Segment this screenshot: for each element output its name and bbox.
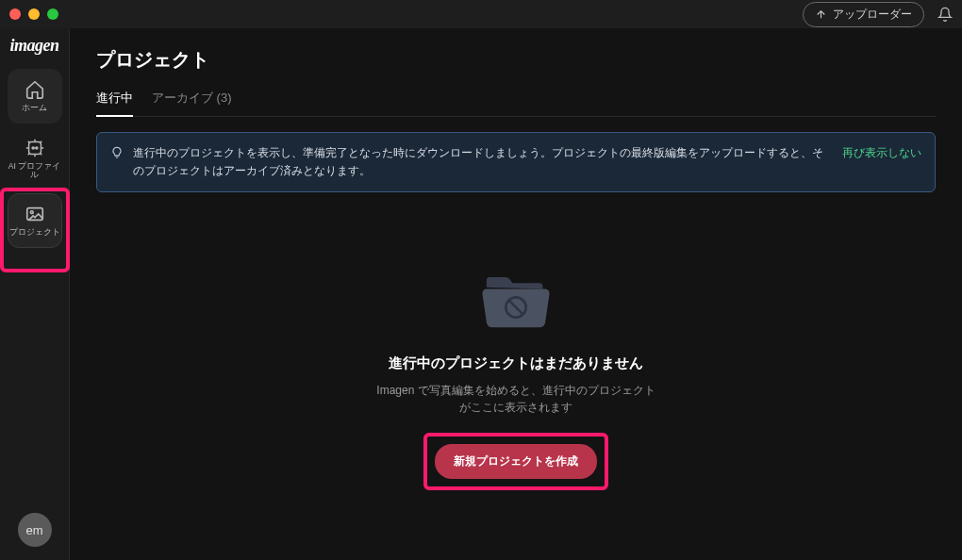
empty-title: 進行中のプロジェクトはまだありません xyxy=(389,354,643,372)
info-banner: 進行中のプロジェクトを表示し、準備完了となった時にダウンロードしましょう。プロジ… xyxy=(96,132,936,192)
sidebar-item-label: プロジェクト xyxy=(9,228,60,238)
tutorial-highlight-cta: 新規プロジェクトを作成 xyxy=(423,433,608,490)
sidebar-item-label: AI プロファイル xyxy=(8,162,62,180)
empty-description: Imagen で写真編集を始めると、進行中のプロジェクトがここに表示されます xyxy=(374,382,657,416)
close-window-button[interactable] xyxy=(9,8,21,20)
lightbulb-icon xyxy=(110,146,124,159)
sidebar-item-label: ホーム xyxy=(22,104,47,113)
titlebar: アップローダー xyxy=(0,0,962,28)
tab-label: アーカイブ (3) xyxy=(152,91,232,105)
svg-point-1 xyxy=(32,147,34,149)
ai-profile-icon xyxy=(25,138,45,158)
create-project-button[interactable]: 新規プロジェクトを作成 xyxy=(435,444,597,479)
uploader-label: アップローダー xyxy=(833,7,912,23)
svg-point-2 xyxy=(35,147,37,149)
uploader-button[interactable]: アップローダー xyxy=(803,2,924,27)
tab-label: 進行中 xyxy=(96,91,133,105)
app-logo[interactable]: imagen xyxy=(9,36,58,56)
maximize-window-button[interactable] xyxy=(47,8,58,20)
tab-archive[interactable]: アーカイブ (3) xyxy=(152,90,232,116)
empty-state: 進行中のプロジェクトはまだありません Imagen で写真編集を始めると、進行中… xyxy=(96,211,936,541)
window-controls xyxy=(9,8,58,20)
sidebar-item-ai-profile[interactable]: AI プロファイル xyxy=(8,131,62,186)
sidebar-item-home[interactable]: ホーム xyxy=(8,69,62,124)
notifications-icon[interactable] xyxy=(937,7,953,22)
user-avatar[interactable]: em xyxy=(18,513,52,547)
titlebar-right: アップローダー xyxy=(803,2,953,27)
create-project-label: 新規プロジェクトを作成 xyxy=(454,454,578,468)
sidebar: imagen ホーム AI プロファイル プロジェクト em xyxy=(0,28,70,560)
tab-in-progress[interactable]: 進行中 xyxy=(96,90,133,116)
tabs: 進行中 アーカイブ (3) xyxy=(96,90,936,117)
avatar-initials: em xyxy=(25,523,42,537)
svg-point-4 xyxy=(30,211,33,214)
sidebar-item-projects[interactable]: プロジェクト xyxy=(8,193,62,248)
main-content: プロジェクト 進行中 アーカイブ (3) 進行中のプロジェクトを表示し、準備完了… xyxy=(70,28,962,560)
home-icon xyxy=(25,79,45,100)
empty-folder-icon xyxy=(473,262,558,338)
banner-dismiss-link[interactable]: 再び表示しない xyxy=(842,144,921,162)
projects-icon xyxy=(25,204,45,224)
page-title: プロジェクト xyxy=(96,47,936,73)
upload-icon xyxy=(815,8,827,21)
minimize-window-button[interactable] xyxy=(28,8,40,20)
banner-message: 進行中のプロジェクトを表示し、準備完了となった時にダウンロードしましょう。プロジ… xyxy=(133,144,833,180)
